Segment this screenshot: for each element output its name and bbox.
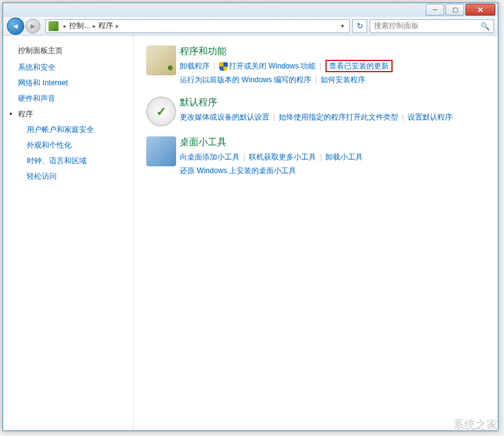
- explorer-window: ─ ▢ ✕ ◄ ► ▸ 控制... ▸ 程序 ▸ ▾ ↻ 搜索控制面板 🔍 控: [2, 2, 498, 431]
- task-link[interactable]: 打开或关闭 Windows 功能: [219, 62, 315, 70]
- link-separator: |: [243, 153, 245, 161]
- sidebar-item[interactable]: 轻松访问: [27, 171, 133, 182]
- category-section: 程序和功能卸载程序|打开或关闭 Windows 功能|查看已安装的更新运行为以前…: [146, 45, 485, 87]
- refresh-icon: ↻: [357, 21, 363, 31]
- task-link[interactable]: 查看已安装的更新: [325, 60, 393, 72]
- sidebar: 控制面板主页 系统和安全网络和 Internet硬件和声音程序用户帐户和家庭安全…: [3, 36, 134, 430]
- programs-icon: [146, 45, 176, 75]
- sidebar-title[interactable]: 控制面板主页: [18, 45, 133, 56]
- watermark: 系统之家: [453, 417, 498, 432]
- search-placeholder: 搜索控制面板: [374, 21, 419, 31]
- uac-shield-icon: [219, 62, 228, 71]
- breadcrumb-separator: ▸: [63, 22, 67, 29]
- navigation-bar: ◄ ► ▸ 控制... ▸ 程序 ▸ ▾ ↻ 搜索控制面板 🔍: [3, 17, 498, 36]
- gadget-icon: [146, 136, 176, 166]
- category-section: 桌面小工具向桌面添加小工具|联机获取更多小工具|卸载小工具还原 Windows …: [146, 136, 485, 178]
- link-separator: |: [319, 62, 321, 70]
- default-icon: [146, 97, 176, 126]
- task-link[interactable]: 向桌面添加小工具: [180, 153, 240, 161]
- back-button[interactable]: ◄: [7, 17, 24, 35]
- task-link[interactable]: 运行为以前版本的 Windows 编写的程序: [180, 75, 311, 84]
- link-separator: |: [402, 113, 404, 121]
- task-link[interactable]: 还原 Windows 上安装的桌面小工具: [180, 166, 296, 175]
- sidebar-item[interactable]: 网络和 Internet: [18, 78, 133, 88]
- breadcrumb-item[interactable]: 控制...: [69, 21, 90, 31]
- task-link[interactable]: 设置默认程序: [408, 113, 452, 121]
- category-section: 默认程序更改媒体或设备的默认设置|始终使用指定的程序打开此文件类型|设置默认程序: [146, 97, 485, 126]
- link-separator: |: [213, 62, 215, 70]
- sidebar-item[interactable]: 系统和安全: [18, 62, 133, 73]
- link-separator: |: [320, 153, 322, 161]
- minimize-button[interactable]: ─: [426, 4, 444, 16]
- control-panel-icon: [49, 21, 58, 31]
- arrow-left-icon: ◄: [12, 22, 19, 31]
- maximize-button[interactable]: ▢: [446, 4, 464, 16]
- category-title[interactable]: 桌面小工具: [180, 136, 485, 148]
- sidebar-item[interactable]: 程序: [18, 109, 133, 120]
- sidebar-item[interactable]: 外观和个性化: [27, 140, 133, 151]
- search-icon: 🔍: [480, 22, 490, 31]
- content-pane: 程序和功能卸载程序|打开或关闭 Windows 功能|查看已安装的更新运行为以前…: [134, 36, 498, 430]
- task-link[interactable]: 始终使用指定的程序打开此文件类型: [279, 113, 398, 121]
- link-separator: |: [315, 75, 317, 84]
- forward-button[interactable]: ►: [26, 19, 40, 34]
- breadcrumb-separator: ▸: [116, 22, 119, 29]
- sidebar-item[interactable]: 用户帐户和家庭安全: [27, 125, 133, 135]
- titlebar: ─ ▢ ✕: [3, 3, 498, 17]
- task-link[interactable]: 联机获取更多小工具: [249, 153, 316, 161]
- address-bar[interactable]: ▸ 控制... ▸ 程序 ▸ ▾: [45, 19, 350, 33]
- task-link[interactable]: 卸载小工具: [325, 153, 363, 161]
- category-title[interactable]: 默认程序: [180, 97, 485, 108]
- task-link[interactable]: 更改媒体或设备的默认设置: [180, 113, 269, 121]
- arrow-right-icon: ►: [29, 22, 37, 31]
- task-link[interactable]: 如何安装程序: [320, 75, 365, 84]
- breadcrumb-item[interactable]: 程序: [98, 21, 113, 31]
- breadcrumb-separator: ▸: [93, 22, 96, 29]
- refresh-button[interactable]: ↻: [352, 19, 367, 33]
- sidebar-item[interactable]: 时钟、语言和区域: [27, 156, 133, 166]
- address-dropdown-icon[interactable]: ▾: [338, 22, 347, 29]
- sidebar-item[interactable]: 硬件和声音: [18, 93, 133, 104]
- link-separator: |: [273, 113, 275, 121]
- window-body: 控制面板主页 系统和安全网络和 Internet硬件和声音程序用户帐户和家庭安全…: [3, 36, 498, 430]
- task-link[interactable]: 卸载程序: [180, 62, 210, 70]
- close-button[interactable]: ✕: [465, 4, 495, 16]
- category-title[interactable]: 程序和功能: [180, 45, 485, 57]
- search-input[interactable]: 搜索控制面板 🔍: [370, 19, 494, 33]
